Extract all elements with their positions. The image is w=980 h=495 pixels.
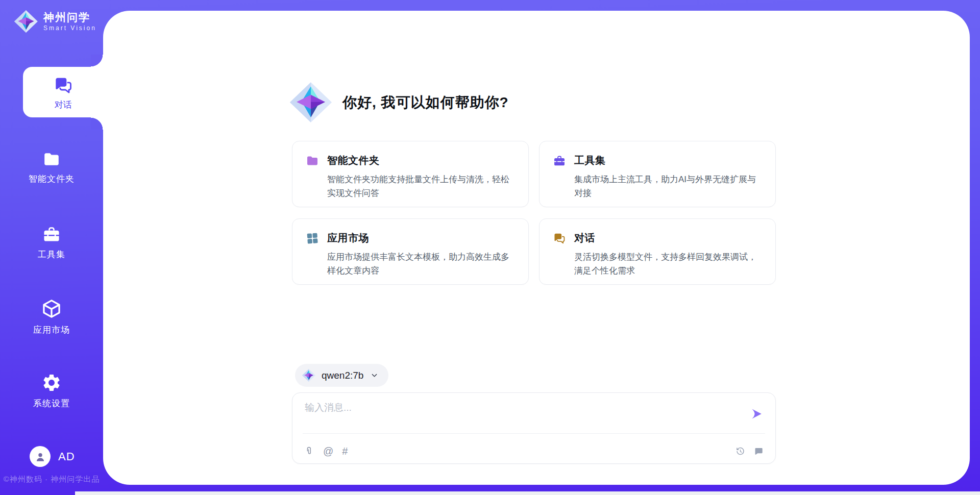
- sidebar-item-toolset[interactable]: 工具集: [0, 225, 103, 260]
- brand-tagline: Smart Vision: [43, 24, 96, 32]
- app-root: 神州问学 Smart Vision 对话 智能文件夹: [0, 0, 980, 495]
- sidebar-item-app-market[interactable]: 应用市场: [0, 298, 103, 336]
- feedback-bubble-icon[interactable]: [753, 446, 764, 457]
- avatar: [30, 446, 51, 467]
- toolbox-icon: [553, 154, 566, 167]
- sidebar-item-label: 智能文件夹: [29, 173, 75, 185]
- diamond-logo-icon: [14, 10, 38, 33]
- sidebar-item-smart-folder[interactable]: 智能文件夹: [0, 150, 103, 185]
- user-account[interactable]: AD: [30, 446, 75, 467]
- message-composer: @ #: [292, 392, 776, 464]
- grid-icon: [306, 232, 319, 245]
- gear-icon: [41, 373, 62, 393]
- folder-icon: [42, 150, 61, 168]
- history-icon[interactable]: [735, 446, 746, 457]
- chevron-down-icon: [371, 372, 378, 379]
- brand-name: 神州问学: [43, 11, 96, 23]
- main-panel: 你好, 我可以如何帮助你? 智能文件夹 智能文件夹功能支持批量文件上传与清洗，轻…: [103, 11, 970, 485]
- card-toolset[interactable]: 工具集 集成市场上主流工具，助力AI与外界无缝扩展与对接: [539, 141, 776, 207]
- card-description: 应用市场提供丰富长文本模板，助力高效生成多样化文章内容: [306, 250, 516, 278]
- card-chat[interactable]: 对话 灵活切换多模型文件，支持多样回复效果调试，满足个性化需求: [539, 218, 776, 285]
- greeting-text: 你好, 我可以如何帮助你?: [342, 93, 509, 112]
- card-title: 应用市场: [327, 231, 369, 245]
- chat-icon: [553, 232, 566, 245]
- card-title: 对话: [574, 231, 595, 245]
- card-description: 集成市场上主流工具，助力AI与外界无缝扩展与对接: [553, 172, 763, 200]
- brand-logo: 神州问学 Smart Vision: [14, 10, 96, 33]
- hashtag-icon[interactable]: #: [342, 446, 348, 456]
- chat-icon: [53, 75, 74, 95]
- diamond-logo-icon: [302, 369, 315, 382]
- folder-icon: [306, 154, 319, 167]
- toolbox-icon: [42, 225, 61, 244]
- card-title: 智能文件夹: [327, 154, 380, 167]
- horizontal-scrollbar[interactable]: [75, 491, 980, 495]
- sidebar-item-label: 应用市场: [33, 324, 70, 336]
- feature-cards: 智能文件夹 智能文件夹功能支持批量文件上传与清洗，轻松实现文件问答 工具集 集成…: [292, 141, 776, 285]
- card-description: 智能文件夹功能支持批量文件上传与清洗，轻松实现文件问答: [306, 172, 516, 200]
- card-smart-folder[interactable]: 智能文件夹 智能文件夹功能支持批量文件上传与清洗，轻松实现文件问答: [292, 141, 529, 207]
- copyright: ©神州数码 · 神州问学出品: [0, 475, 103, 484]
- attach-icon[interactable]: [304, 445, 314, 457]
- sidebar: 神州问学 Smart Vision 对话 智能文件夹: [0, 0, 103, 495]
- sidebar-item-chat[interactable]: 对话: [23, 67, 103, 117]
- card-description: 灵活切换多模型文件，支持多样回复效果调试，满足个性化需求: [553, 250, 763, 278]
- send-icon[interactable]: [750, 407, 763, 420]
- composer-divider: [303, 433, 765, 434]
- user-initials: AD: [58, 450, 75, 463]
- person-icon: [34, 450, 47, 463]
- model-selector[interactable]: qwen2:7b: [295, 364, 388, 387]
- diamond-logo-icon: [290, 82, 332, 122]
- mention-icon[interactable]: @: [323, 446, 333, 456]
- greeting: 你好, 我可以如何帮助你?: [290, 82, 509, 122]
- card-app-market[interactable]: 应用市场 应用市场提供丰富长文本模板，助力高效生成多样化文章内容: [292, 218, 529, 285]
- card-title: 工具集: [574, 154, 606, 167]
- message-input[interactable]: [304, 400, 745, 431]
- sidebar-item-label: 对话: [55, 99, 72, 111]
- sidebar-item-label: 工具集: [38, 249, 65, 260]
- sidebar-item-settings[interactable]: 系统设置: [0, 373, 103, 409]
- sidebar-item-label: 系统设置: [33, 398, 70, 409]
- model-name: qwen2:7b: [322, 370, 363, 381]
- cube-icon: [41, 298, 62, 319]
